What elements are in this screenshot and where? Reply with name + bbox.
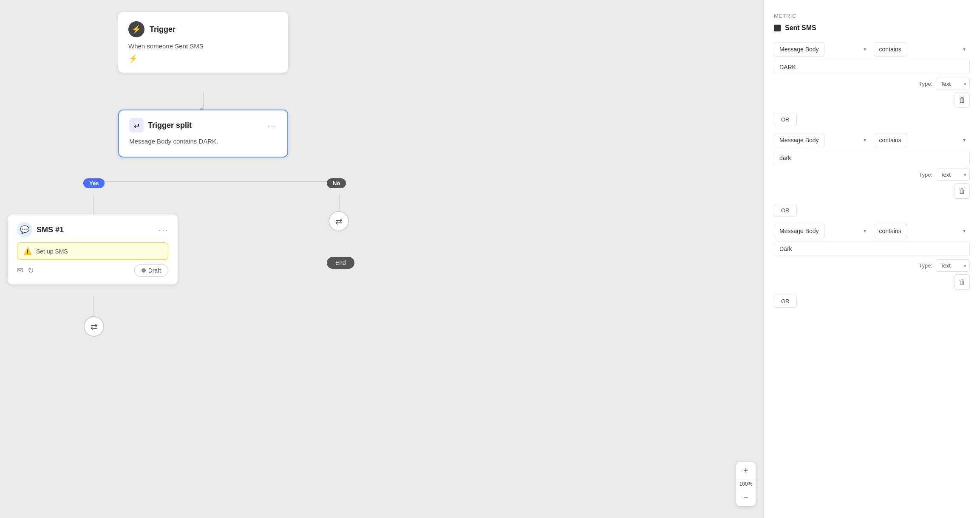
jump-node-yes[interactable]: ⇄ xyxy=(84,316,104,337)
type-select-wrapper-2: Text xyxy=(936,169,970,181)
type-select-1[interactable]: Text xyxy=(936,78,970,90)
field-select-3[interactable]: Message Body xyxy=(774,224,824,238)
field-select-wrapper-2: Message Body xyxy=(774,133,870,147)
operator-select-1[interactable]: contains xyxy=(874,42,907,56)
split-icon: ⇄ xyxy=(129,118,144,132)
type-select-2[interactable]: Text xyxy=(936,169,970,181)
filter-input-1[interactable] xyxy=(774,60,970,74)
operator-select-wrapper-1: contains xyxy=(874,42,970,56)
end-node: End xyxy=(327,257,354,269)
field-select-wrapper-3: Message Body xyxy=(774,224,870,238)
filter-input-2[interactable] xyxy=(774,151,970,165)
type-label-2: Type: xyxy=(919,172,932,178)
zoom-level: 100% xyxy=(736,479,756,489)
type-select-3[interactable]: Text xyxy=(936,259,970,272)
trigger-icon: ⚡ xyxy=(128,21,144,37)
no-badge: No xyxy=(327,178,346,188)
trigger-node-subtitle: When someone Sent SMS xyxy=(128,42,278,50)
operator-select-3[interactable]: contains xyxy=(874,224,907,238)
draft-button[interactable]: Draft xyxy=(134,264,168,277)
filter-group-3: Message Body contains Type: Text 🗑 xyxy=(774,224,970,290)
sms-warning-text: Set up SMS xyxy=(36,248,68,255)
sms-node-title: SMS #1 xyxy=(37,225,64,234)
type-select-wrapper-1: Text xyxy=(936,78,970,90)
sms-menu-button[interactable]: ··· xyxy=(159,225,168,235)
metric-icon xyxy=(774,25,781,31)
split-menu-button[interactable]: ··· xyxy=(267,121,277,130)
jump-node-no[interactable]: ⇄ xyxy=(329,211,349,231)
metric-name: Sent SMS xyxy=(785,24,816,32)
flow-canvas: ⚡ Trigger When someone Sent SMS ⚡ ⇄ Trig… xyxy=(0,0,763,518)
horizontal-connector xyxy=(93,181,340,182)
draft-dot xyxy=(142,268,146,273)
sms-node: 💬 SMS #1 ··· ⚠️ Set up SMS ✉ ↻ Draft xyxy=(8,214,178,284)
zoom-controls: + 100% − xyxy=(736,462,756,506)
type-label-1: Type: xyxy=(919,81,932,87)
sms-email-icon: ✉ xyxy=(17,266,23,275)
operator-select-wrapper-3: contains xyxy=(874,224,970,238)
connector-yes xyxy=(93,194,94,217)
trigger-node-title: Trigger xyxy=(150,25,176,34)
or-button-1[interactable]: OR xyxy=(774,113,797,126)
filter-group-1: Message Body contains Type: Text 🗑 xyxy=(774,42,970,108)
sms-warning-box: ⚠️ Set up SMS xyxy=(17,242,168,260)
delete-button-3[interactable]: 🗑 xyxy=(955,274,970,290)
metric-label: Metric xyxy=(774,13,970,19)
connector-1 xyxy=(203,93,204,110)
zoom-out-button[interactable]: − xyxy=(736,489,756,506)
delete-button-1[interactable]: 🗑 xyxy=(955,93,970,108)
sms-icon: 💬 xyxy=(17,222,32,237)
filter-group-2: Message Body contains Type: Text 🗑 xyxy=(774,133,970,199)
trigger-bottom-icon: ⚡ xyxy=(128,54,278,63)
type-label-3: Type: xyxy=(919,262,932,269)
sms-refresh-icon: ↻ xyxy=(28,266,34,275)
delete-button-2[interactable]: 🗑 xyxy=(955,183,970,199)
filter-input-3[interactable] xyxy=(774,242,970,256)
or-button-2[interactable]: OR xyxy=(774,204,797,217)
type-select-wrapper-3: Text xyxy=(936,259,970,272)
operator-select-wrapper-2: contains xyxy=(874,133,970,147)
field-select-1[interactable]: Message Body xyxy=(774,42,824,56)
draft-label: Draft xyxy=(148,267,161,274)
operator-select-2[interactable]: contains xyxy=(874,133,907,147)
split-node-title: Trigger split xyxy=(148,121,192,130)
field-select-wrapper-1: Message Body xyxy=(774,42,870,56)
trigger-split-node: ⇄ Trigger split ··· Message Body contain… xyxy=(118,110,288,158)
connector-sms-bottom xyxy=(93,296,94,317)
trigger-node: ⚡ Trigger When someone Sent SMS ⚡ xyxy=(118,12,288,73)
zoom-in-button[interactable]: + xyxy=(736,462,756,479)
warning-icon: ⚠️ xyxy=(23,247,32,255)
right-panel: Metric Sent SMS Message Body contains Ty… xyxy=(763,0,980,518)
yes-badge: Yes xyxy=(83,178,105,188)
or-button-3[interactable]: OR xyxy=(774,295,797,308)
split-node-body: Message Body contains DARK. xyxy=(129,138,277,145)
metric-row: Sent SMS xyxy=(774,24,970,32)
field-select-2[interactable]: Message Body xyxy=(774,133,824,147)
